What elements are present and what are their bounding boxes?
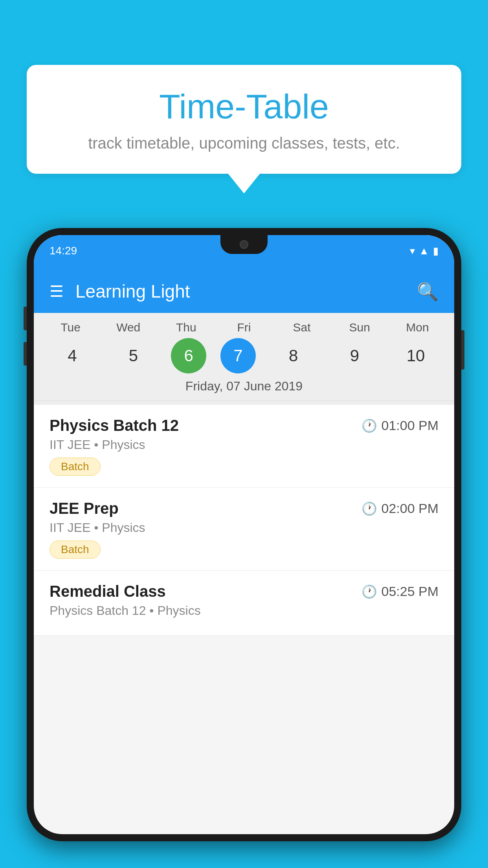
day-5[interactable]: 5 <box>110 338 157 373</box>
phone-mockup: 14:29 ▾ ▲ ▮ ☰ Learning Light 🔍 <box>27 228 461 841</box>
day-numbers: 4 5 6 7 8 9 10 <box>34 338 454 373</box>
signal-icon: ▲ <box>419 245 429 257</box>
day-header-sun: Sun <box>336 321 383 334</box>
phone-notch <box>220 235 268 254</box>
volume-up-button <box>24 307 27 330</box>
app-subtitle: track timetable, upcoming classes, tests… <box>50 134 438 152</box>
phone-container: 14:29 ▾ ▲ ▮ ☰ Learning Light 🔍 <box>27 228 461 868</box>
app-bar-left: ☰ Learning Light <box>50 281 190 302</box>
batch-badge-1: Batch <box>50 458 101 476</box>
schedule-item-2-time-text: 02:00 PM <box>381 501 438 516</box>
wifi-icon: ▾ <box>410 245 415 257</box>
schedule-item-2-time: 🕐 02:00 PM <box>361 501 438 516</box>
power-button <box>461 330 464 370</box>
day-header-tue: Tue <box>47 321 94 334</box>
selected-date-label: Friday, 07 June 2019 <box>34 373 454 401</box>
schedule-item-3-header: Remedial Class 🕐 05:25 PM <box>50 583 438 600</box>
schedule-item-2-header: JEE Prep 🕐 02:00 PM <box>50 500 438 517</box>
day-header-wed: Wed <box>105 321 152 334</box>
day-7-selected[interactable]: 7 <box>220 338 256 373</box>
day-header-thu: Thu <box>163 321 210 334</box>
volume-down-button <box>24 342 27 366</box>
schedule-item-3[interactable]: Remedial Class 🕐 05:25 PM Physics Batch … <box>34 571 454 636</box>
schedule-item-3-time-text: 05:25 PM <box>381 584 438 599</box>
schedule-item-3-time: 🕐 05:25 PM <box>361 584 438 599</box>
schedule-item-1-title: Physics Batch 12 <box>50 417 179 434</box>
day-header-fri: Fri <box>220 321 268 334</box>
speech-bubble-container: Time-Table track timetable, upcoming cla… <box>27 65 461 193</box>
app-bar-title: Learning Light <box>75 281 190 302</box>
status-icons: ▾ ▲ ▮ <box>410 245 438 257</box>
schedule-list: Physics Batch 12 🕐 01:00 PM IIT JEE • Ph… <box>34 405 454 636</box>
battery-icon: ▮ <box>433 245 438 257</box>
schedule-item-2-title: JEE Prep <box>50 500 119 517</box>
schedule-item-1-time: 🕐 01:00 PM <box>361 418 438 433</box>
status-time: 14:29 <box>50 245 77 257</box>
menu-icon[interactable]: ☰ <box>50 283 64 299</box>
schedule-item-2-subtitle: IIT JEE • Physics <box>50 520 438 535</box>
app-bar: ☰ Learning Light 🔍 <box>34 263 454 313</box>
schedule-item-1-subtitle: IIT JEE • Physics <box>50 438 438 452</box>
day-6-today[interactable]: 6 <box>171 338 206 373</box>
clock-icon-1: 🕐 <box>361 418 377 433</box>
speech-bubble-arrow <box>227 173 261 193</box>
calendar-strip: Tue Wed Thu Fri Sat Sun Mon 4 5 6 7 8 9 … <box>34 313 454 405</box>
schedule-item-1-time-text: 01:00 PM <box>381 418 438 433</box>
schedule-item-3-title: Remedial Class <box>50 583 166 600</box>
day-header-sat: Sat <box>278 321 325 334</box>
speech-bubble: Time-Table track timetable, upcoming cla… <box>27 65 461 174</box>
schedule-item-1[interactable]: Physics Batch 12 🕐 01:00 PM IIT JEE • Ph… <box>34 405 454 488</box>
day-8[interactable]: 8 <box>270 338 317 373</box>
schedule-item-3-subtitle: Physics Batch 12 • Physics <box>50 603 438 618</box>
search-icon[interactable]: 🔍 <box>417 281 438 302</box>
schedule-item-2[interactable]: JEE Prep 🕐 02:00 PM IIT JEE • Physics Ba… <box>34 488 454 571</box>
batch-badge-2: Batch <box>50 541 101 559</box>
schedule-item-1-header: Physics Batch 12 🕐 01:00 PM <box>50 417 438 434</box>
day-10[interactable]: 10 <box>392 338 439 373</box>
day-4[interactable]: 4 <box>49 338 96 373</box>
front-camera <box>240 240 248 249</box>
day-headers: Tue Wed Thu Fri Sat Sun Mon <box>34 321 454 334</box>
day-9[interactable]: 9 <box>331 338 378 373</box>
clock-icon-3: 🕐 <box>361 584 377 599</box>
app-title: Time-Table <box>50 86 438 127</box>
phone-screen: 14:29 ▾ ▲ ▮ ☰ Learning Light 🔍 <box>34 235 454 834</box>
clock-icon-2: 🕐 <box>361 501 377 516</box>
day-header-mon: Mon <box>394 321 441 334</box>
